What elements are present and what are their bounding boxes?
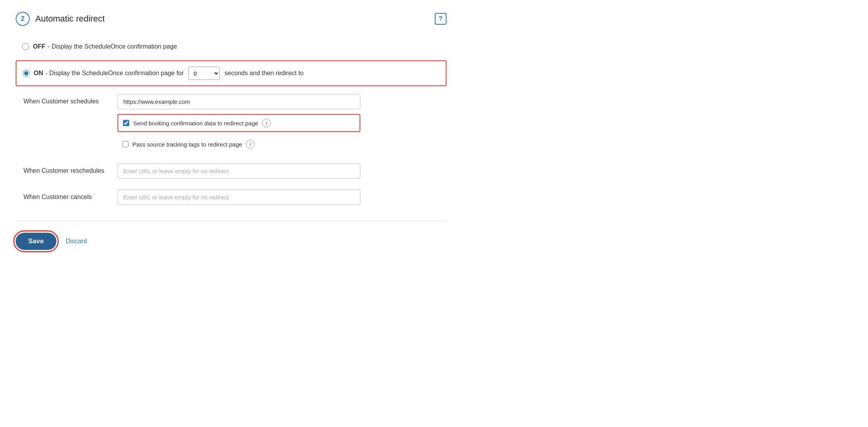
on-suffix-label: seconds and then redirect to — [224, 70, 304, 77]
footer-buttons: Save Discard — [16, 233, 447, 250]
page-container: 2 Automatic redirect ? OFF - Display the… — [16, 12, 447, 250]
send-booking-row: Send booking confirmation data to redire… — [118, 114, 360, 132]
radio-off-label: OFF - Display the ScheduleOnce confirmat… — [33, 43, 177, 50]
pass-source-row: Pass source tracking tags to redirect pa… — [118, 136, 360, 152]
when-cancels-content — [118, 190, 360, 205]
radio-on-label: ON - Display the ScheduleOnce confirmati… — [34, 67, 304, 80]
when-cancels-label: When Customer cancels — [24, 190, 110, 201]
send-booking-label: Send booking confirmation data to redire… — [133, 120, 258, 127]
form-rows: When Customer schedules Send booking con… — [24, 94, 447, 205]
seconds-dropdown[interactable]: 0 3 5 10 15 30 — [188, 67, 220, 80]
pass-source-checkbox[interactable] — [122, 141, 128, 147]
radio-on-input[interactable] — [23, 70, 30, 77]
send-booking-checkbox[interactable] — [123, 120, 129, 126]
divider — [16, 221, 447, 221]
when-cancels-row: When Customer cancels — [24, 190, 447, 205]
radio-off-row[interactable]: OFF - Display the ScheduleOnce confirmat… — [16, 38, 447, 56]
when-reschedules-content — [118, 163, 360, 179]
pass-source-label: Pass source tracking tags to redirect pa… — [132, 141, 242, 148]
section-header: 2 Automatic redirect ? — [16, 12, 447, 26]
discard-link[interactable]: Discard — [66, 238, 87, 245]
section-title-group: 2 Automatic redirect — [16, 12, 105, 26]
when-cancels-input[interactable] — [118, 190, 360, 205]
radio-on-row[interactable]: ON - Display the ScheduleOnce confirmati… — [16, 60, 447, 86]
section-title: Automatic redirect — [35, 14, 105, 24]
when-schedules-row: When Customer schedules Send booking con… — [24, 94, 447, 152]
when-reschedules-input[interactable] — [118, 163, 360, 179]
when-schedules-input[interactable] — [118, 94, 360, 109]
save-button[interactable]: Save — [16, 233, 56, 250]
radio-section: OFF - Display the ScheduleOnce confirmat… — [16, 38, 447, 86]
when-schedules-content: Send booking confirmation data to redire… — [118, 94, 360, 152]
checkbox-group: Send booking confirmation data to redire… — [118, 114, 360, 152]
help-icon-button[interactable]: ? — [435, 13, 447, 25]
when-reschedules-label: When Customer reschedules — [24, 163, 110, 174]
when-schedules-label: When Customer schedules — [24, 94, 110, 105]
pass-source-info-icon[interactable]: i — [246, 140, 255, 148]
step-circle: 2 — [16, 12, 30, 26]
send-booking-info-icon[interactable]: i — [262, 119, 271, 127]
when-reschedules-row: When Customer reschedules — [24, 163, 447, 179]
radio-off-input[interactable] — [22, 43, 29, 50]
